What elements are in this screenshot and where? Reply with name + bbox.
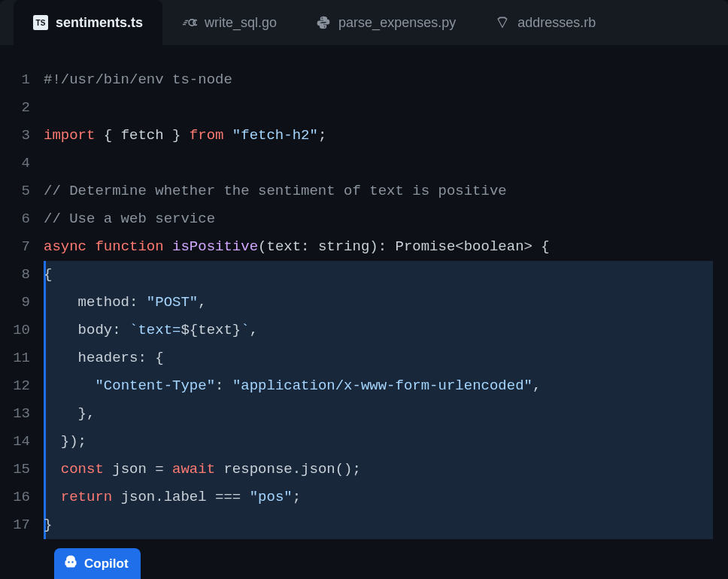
token-default: } <box>44 517 52 533</box>
svg-text:TS: TS <box>36 19 46 27</box>
line-number: 16 <box>0 484 30 511</box>
code-line[interactable] <box>44 150 728 177</box>
code-line[interactable]: body: `text=${text}`, <box>44 317 728 344</box>
token-string: "pos" <box>250 489 293 505</box>
token-string: "application/x-www-form-urlencoded" <box>232 377 532 394</box>
token-default: ; <box>293 489 301 505</box>
ruby-icon <box>495 15 510 30</box>
token-default: }); <box>44 433 86 450</box>
tab-label: parse_expenses.py <box>338 15 456 31</box>
code-line[interactable]: #!/usr/bin/env ts-node <box>44 66 728 94</box>
line-number: 5 <box>0 177 30 205</box>
code-area[interactable]: 1234567891011121314151617 #!/usr/bin/env… <box>0 45 728 579</box>
line-number: 14 <box>0 428 30 456</box>
line-number: 11 <box>0 344 30 372</box>
code-content[interactable]: #!/usr/bin/env ts-nodeimport { fetch } f… <box>44 66 728 579</box>
token-default: { fetch } <box>95 127 189 144</box>
code-line[interactable]: import { fetch } from "fetch-h2"; <box>44 122 728 150</box>
copilot-badge-label: Copilot <box>84 556 129 571</box>
token-default: json = <box>104 461 172 477</box>
token-keyword: await <box>172 461 215 477</box>
code-line[interactable] <box>44 94 728 122</box>
token-comment: // Use a web service <box>44 211 215 227</box>
copilot-icon <box>63 554 78 573</box>
line-number: 9 <box>0 289 30 317</box>
token-string: "POST" <box>147 294 198 311</box>
code-line[interactable]: async function isPositive(text: string):… <box>44 233 728 261</box>
token-default <box>44 377 95 394</box>
token-default: method: <box>44 294 147 311</box>
token-func: isPositive <box>172 238 258 255</box>
line-number: 4 <box>0 150 30 177</box>
code-line[interactable]: headers: { <box>44 344 728 372</box>
tab-sentiments-ts[interactable]: TSsentiments.ts <box>14 0 162 45</box>
tab-label: sentiments.ts <box>56 15 143 31</box>
line-number: 15 <box>0 456 30 484</box>
token-keyword: import <box>44 127 95 144</box>
code-line[interactable]: }); <box>44 428 728 456</box>
token-comment: // Determine whether the sentiment of te… <box>44 183 507 199</box>
tab-label: addresses.rb <box>517 15 596 31</box>
token-default: ${text} <box>180 322 241 338</box>
tab-addresses-rb[interactable]: addresses.rb <box>475 0 615 45</box>
code-line[interactable]: const json = await response.json(); <box>44 456 728 484</box>
token-default: { <box>44 266 52 283</box>
line-number: 6 <box>0 205 30 233</box>
token-default: , <box>532 377 541 394</box>
token-string: "fetch-h2" <box>232 127 318 144</box>
token-default: , <box>250 322 258 338</box>
token-default <box>223 127 232 144</box>
line-number: 10 <box>0 317 30 344</box>
code-line[interactable]: // Determine whether the sentiment of te… <box>44 177 728 205</box>
line-number: 17 <box>0 511 30 539</box>
code-line[interactable]: "Content-Type": "application/x-www-form-… <box>44 372 728 400</box>
code-line[interactable]: // Use a web service <box>44 205 728 233</box>
token-default <box>86 238 95 255</box>
token-comment: #!/usr/bin/env ts-node <box>44 71 232 88</box>
line-number: 12 <box>0 372 30 400</box>
token-default: }, <box>44 405 95 422</box>
line-number: 13 <box>0 400 30 428</box>
code-line[interactable]: method: "POST", <box>44 289 728 317</box>
token-default: ; <box>318 127 326 144</box>
code-editor: TSsentiments.tswrite_sql.goparse_expense… <box>0 0 728 579</box>
token-keyword: const <box>61 461 104 477</box>
code-line[interactable]: } <box>44 511 728 539</box>
code-line[interactable]: { <box>44 261 728 289</box>
line-number: 7 <box>0 233 30 261</box>
token-string: `text= <box>129 322 180 338</box>
python-icon <box>316 15 331 30</box>
line-number: 2 <box>0 94 30 122</box>
line-number: 1 <box>0 66 30 94</box>
token-default <box>44 489 61 505</box>
tab-parse_expenses-py[interactable]: parse_expenses.py <box>296 0 475 45</box>
line-number: 8 <box>0 261 30 289</box>
token-default: (text: string): Promise<boolean> { <box>258 238 550 255</box>
token-default: response.json(); <box>215 461 361 477</box>
code-line[interactable]: return json.label === "pos"; <box>44 484 728 511</box>
token-default: json.label === <box>112 489 249 505</box>
token-default <box>44 461 61 477</box>
token-default <box>164 238 172 255</box>
line-number-gutter: 1234567891011121314151617 <box>0 66 44 579</box>
token-keyword: from <box>190 127 224 144</box>
tab-label: write_sql.go <box>205 15 277 31</box>
tab-bar: TSsentiments.tswrite_sql.goparse_expense… <box>0 0 728 45</box>
go-icon <box>182 15 197 30</box>
token-default: body: <box>44 322 129 338</box>
token-string: ` <box>241 322 249 338</box>
token-default: : <box>215 377 232 394</box>
line-number: 3 <box>0 122 30 150</box>
token-string: "Content-Type" <box>95 377 215 394</box>
ts-icon: TS <box>33 15 48 30</box>
token-keyword: return <box>61 489 112 505</box>
token-keyword: function <box>95 238 163 255</box>
tab-write_sql-go[interactable]: write_sql.go <box>162 0 296 45</box>
token-default: , <box>198 294 206 311</box>
code-line[interactable]: }, <box>44 400 728 428</box>
token-default: headers: { <box>44 350 164 366</box>
token-keyword: async <box>44 238 86 255</box>
copilot-badge[interactable]: Copilot <box>54 548 141 579</box>
